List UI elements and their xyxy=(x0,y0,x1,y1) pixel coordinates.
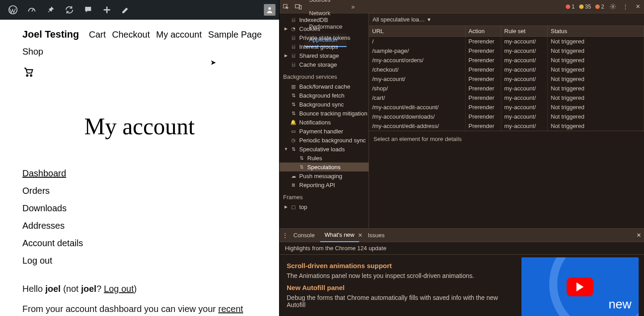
table-cell[interactable]: /my-account/orders/ xyxy=(369,56,466,65)
drawer-tab-close-icon[interactable]: ✕ xyxy=(358,232,363,239)
table-cell[interactable]: /my-account/edit-address/ xyxy=(369,121,466,131)
tree-item-rules[interactable]: ⇅Rules xyxy=(280,154,369,162)
greeting-logout-link[interactable]: Log out xyxy=(104,284,134,294)
tree-item-cookies[interactable]: ▶◔Cookies xyxy=(280,24,369,33)
tree-item-reporting-api[interactable]: 🗎Reporting API xyxy=(280,180,369,189)
table-cell[interactable]: my-account/ xyxy=(501,112,548,121)
table-cell[interactable]: Not triggered xyxy=(548,84,644,93)
table-cell[interactable]: Not triggered xyxy=(548,65,644,74)
table-cell[interactable]: /shop/ xyxy=(369,84,466,93)
plus-icon[interactable] xyxy=(97,0,116,20)
table-cell[interactable]: my-account/ xyxy=(501,56,548,65)
devtools-tab-sources[interactable]: Sources xyxy=(305,0,347,7)
table-cell[interactable]: Prerender xyxy=(466,102,501,112)
nav-shop[interactable]: Shop xyxy=(22,47,43,57)
table-cell[interactable]: my-account/ xyxy=(501,84,548,93)
nav-sample-page[interactable]: Sample Page xyxy=(208,30,262,40)
table-cell[interactable]: my-account/ xyxy=(501,121,548,131)
tree-item-private-state-tokens[interactable]: ⌸Private state tokens xyxy=(280,33,369,42)
menu-dashboard[interactable]: Dashboard xyxy=(22,168,66,178)
speculations-filter[interactable]: All speculative loa…▾ xyxy=(369,13,644,26)
tree-item-background-fetch[interactable]: ⇅Background fetch xyxy=(280,91,369,100)
menu-downloads[interactable]: Downloads xyxy=(22,203,67,213)
table-cell[interactable]: /my-account/downloads/ xyxy=(369,112,466,121)
table-cell[interactable]: Not triggered xyxy=(548,56,644,65)
drawer-tab-console[interactable]: Console xyxy=(289,229,319,242)
table-cell[interactable]: /cart/ xyxy=(369,93,466,102)
application-tree[interactable]: ⌸IndexedDB▶◔Cookies⌸Private state tokens… xyxy=(280,13,369,228)
table-cell[interactable]: Prerender xyxy=(466,56,501,65)
table-cell[interactable]: Not triggered xyxy=(548,37,644,46)
table-cell[interactable]: /checkout/ xyxy=(369,65,466,74)
table-cell[interactable]: my-account/ xyxy=(501,46,548,56)
table-cell[interactable]: Prerender xyxy=(466,84,501,93)
table-cell[interactable]: my-account/ xyxy=(501,93,548,102)
table-cell[interactable]: /my-account/ xyxy=(369,74,466,84)
table-cell[interactable]: my-account/ xyxy=(501,102,548,112)
tree-item-shared-storage[interactable]: ▶⌸Shared storage xyxy=(280,51,369,60)
errors-badge[interactable]: 1 xyxy=(566,4,575,10)
col-action[interactable]: Action xyxy=(466,26,501,37)
menu-account[interactable]: Account details xyxy=(22,238,83,248)
tree-item-top[interactable]: ▶▢top xyxy=(280,202,369,211)
table-cell[interactable]: Not triggered xyxy=(548,112,644,121)
tree-item-periodic-background-sync[interactable]: ◷Periodic background sync xyxy=(280,136,369,145)
table-cell[interactable]: Not triggered xyxy=(548,102,644,112)
drawer-kebab-icon[interactable]: ⋮ xyxy=(282,232,288,239)
table-cell[interactable]: /sample-page/ xyxy=(369,46,466,56)
tree-item-push-messaging[interactable]: ☁Push messaging xyxy=(280,171,369,180)
issues-badge[interactable]: 2 xyxy=(595,4,604,10)
refresh-icon[interactable] xyxy=(60,0,79,20)
user-avatar[interactable] xyxy=(264,4,275,16)
whatsnew-video[interactable]: new xyxy=(521,257,639,316)
play-icon[interactable] xyxy=(567,278,593,296)
tree-item-speculative-loads[interactable]: ▼⇅Speculative loads xyxy=(280,145,369,154)
nav-my-account[interactable]: My account xyxy=(156,30,202,40)
tree-item-notifications[interactable]: 🔔Notifications xyxy=(280,118,369,127)
tree-item-indexeddb[interactable]: ⌸IndexedDB xyxy=(280,15,369,24)
tree-item-background-sync[interactable]: ⇅Background sync xyxy=(280,100,369,109)
table-cell[interactable]: Prerender xyxy=(466,93,501,102)
drawer-close-icon[interactable]: ✕ xyxy=(636,232,641,239)
table-cell[interactable]: Not triggered xyxy=(548,74,644,84)
nav-checkout[interactable]: Checkout xyxy=(112,30,150,40)
table-cell[interactable]: Prerender xyxy=(466,37,501,46)
inspect-icon[interactable] xyxy=(280,0,292,13)
comment-icon[interactable] xyxy=(79,0,97,20)
tree-item-cache-storage[interactable]: ⌸Cache storage xyxy=(280,60,369,69)
cart-icon[interactable] xyxy=(22,66,279,77)
site-title[interactable]: Joel Testing xyxy=(22,29,79,40)
more-tabs-icon[interactable]: » xyxy=(347,0,359,13)
table-cell[interactable]: Prerender xyxy=(466,112,501,121)
menu-orders[interactable]: Orders xyxy=(22,186,50,196)
drawer-tab-whatsnew[interactable]: What's new xyxy=(320,229,359,242)
tree-item-speculations[interactable]: ⇅Speculations xyxy=(280,162,369,171)
menu-addresses[interactable]: Addresses xyxy=(22,221,65,231)
nav-cart[interactable]: Cart xyxy=(89,30,106,40)
menu-logout[interactable]: Log out xyxy=(22,256,52,265)
device-toggle-icon[interactable] xyxy=(292,0,305,13)
drawer-tab-issues[interactable]: Issues xyxy=(364,229,390,242)
kebab-menu-icon[interactable]: ⋮ xyxy=(619,0,631,13)
table-cell[interactable]: Not triggered xyxy=(548,121,644,131)
table-cell[interactable]: Prerender xyxy=(466,121,501,131)
table-cell[interactable]: my-account/ xyxy=(501,74,548,84)
table-cell[interactable]: /my-account/edit-account/ xyxy=(369,102,466,112)
speedometer-icon[interactable] xyxy=(22,0,41,20)
table-cell[interactable]: my-account/ xyxy=(501,65,548,74)
col-rule-set[interactable]: Rule set xyxy=(501,26,548,37)
table-cell[interactable]: Prerender xyxy=(466,65,501,74)
table-cell[interactable]: Prerender xyxy=(466,46,501,56)
col-url[interactable]: URL xyxy=(369,26,466,37)
pin-icon[interactable] xyxy=(41,0,60,20)
table-cell[interactable]: / xyxy=(369,37,466,46)
warnings-badge[interactable]: 35 xyxy=(579,4,591,10)
table-cell[interactable]: Prerender xyxy=(466,74,501,84)
speculations-table[interactable]: URLActionRule setStatus/Prerendermy-acco… xyxy=(369,26,644,131)
settings-gear-icon[interactable] xyxy=(606,0,619,13)
table-cell[interactable]: Not triggered xyxy=(548,93,644,102)
table-cell[interactable]: my-account/ xyxy=(501,37,548,46)
tree-item-interest-groups[interactable]: ⌸Interest groups xyxy=(280,42,369,51)
edit-icon[interactable] xyxy=(116,0,135,20)
tree-item-bounce-tracking-mitigation[interactable]: ⇅Bounce tracking mitigation xyxy=(280,109,369,118)
